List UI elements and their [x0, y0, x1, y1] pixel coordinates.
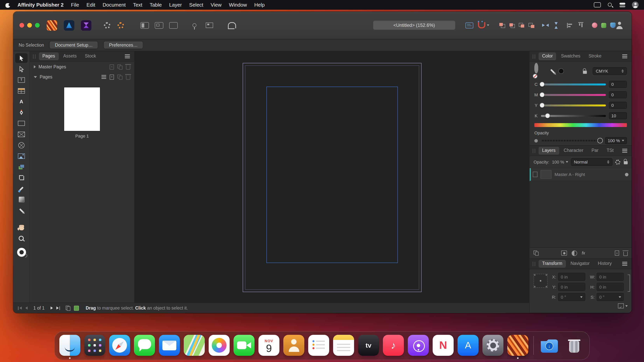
- dock-app-store[interactable]: A: [458, 335, 478, 356]
- dock-finder[interactable]: [59, 335, 80, 356]
- tab-stock[interactable]: Stock: [81, 53, 100, 60]
- control-center-icon[interactable]: [620, 2, 625, 7]
- page-1-thumbnail[interactable]: [64, 87, 100, 131]
- picture-frame-ellipse-tool[interactable]: [15, 140, 28, 150]
- layer-thumbnail[interactable]: [540, 170, 552, 179]
- menu-help[interactable]: Help: [254, 2, 265, 8]
- menu-document[interactable]: Document: [103, 2, 126, 8]
- dock-affinity-publisher[interactable]: [507, 335, 528, 356]
- dock-downloads-folder[interactable]: [539, 335, 560, 356]
- yellow-slider[interactable]: [541, 104, 606, 106]
- cyan-value[interactable]: 0: [609, 81, 627, 88]
- view-split-icon[interactable]: [155, 22, 163, 28]
- previous-page-button[interactable]: [25, 307, 28, 310]
- hue-spectrum-bar[interactable]: [534, 123, 627, 127]
- first-page-button[interactable]: [18, 306, 22, 310]
- publisher-persona-icon[interactable]: [47, 20, 57, 30]
- secondary-color-swatch[interactable]: [558, 68, 564, 74]
- master-pages-section[interactable]: Master Pages: [30, 62, 134, 72]
- insert-behind-icon[interactable]: [592, 22, 597, 28]
- color-wheel-selector[interactable]: [534, 65, 547, 77]
- place-image-tool[interactable]: [15, 151, 28, 161]
- tab-stroke[interactable]: Stroke: [585, 53, 605, 60]
- eyedropper-icon[interactable]: [550, 69, 555, 73]
- move-tool[interactable]: [15, 53, 28, 63]
- menu-window[interactable]: Window: [229, 2, 247, 8]
- account-menu-icon[interactable]: [632, 1, 638, 8]
- panel-grip[interactable]: [533, 262, 535, 266]
- add-page-icon[interactable]: [110, 74, 114, 79]
- dock-photos[interactable]: [209, 335, 230, 356]
- panel-menu-icon[interactable]: [622, 150, 627, 151]
- insert-inside-icon[interactable]: [601, 23, 606, 28]
- layer-opacity-select[interactable]: 100 %: [552, 160, 568, 164]
- dock-contacts[interactable]: [283, 335, 304, 356]
- mask-layer-icon[interactable]: [561, 250, 567, 256]
- black-slider[interactable]: [541, 115, 606, 117]
- adjustment-layer-icon[interactable]: [572, 250, 577, 256]
- fill-tool[interactable]: [15, 194, 28, 204]
- pages-view-icon[interactable]: [66, 306, 70, 310]
- flip-vertical-icon[interactable]: [554, 22, 558, 28]
- dock-calendar[interactable]: NOV 9: [258, 335, 280, 356]
- chevron-down-icon[interactable]: [625, 305, 628, 307]
- h-input[interactable]: 0 in: [596, 283, 624, 291]
- add-master-icon[interactable]: [110, 64, 114, 69]
- dock-podcasts[interactable]: [408, 335, 429, 356]
- view-windows-icon[interactable]: [169, 22, 178, 28]
- dock-system-settings[interactable]: [482, 335, 504, 356]
- tab-pages[interactable]: Pages: [39, 53, 58, 60]
- menu-layer[interactable]: Layer: [169, 2, 182, 8]
- align-horizontal-icon[interactable]: [567, 23, 574, 28]
- tab-layers[interactable]: Layers: [538, 147, 559, 155]
- magenta-slider[interactable]: [541, 94, 606, 96]
- add-layer-icon[interactable]: [615, 250, 619, 256]
- delete-master-icon[interactable]: [126, 65, 130, 69]
- transform-mode-icon[interactable]: [618, 303, 624, 308]
- frame-icon[interactable]: [206, 22, 213, 28]
- dock-reminders[interactable]: [308, 335, 329, 356]
- blend-mode-select[interactable]: Normal: [571, 158, 612, 166]
- menu-text[interactable]: Text: [133, 2, 142, 8]
- document-canvas[interactable]: [134, 51, 529, 303]
- y-input[interactable]: 0 in: [558, 283, 585, 291]
- yellow-value[interactable]: 0: [609, 102, 627, 109]
- dock-news[interactable]: N: [433, 335, 454, 356]
- preflight-icon[interactable]: [74, 306, 79, 311]
- rectangle-tool[interactable]: [15, 119, 28, 128]
- layer-effects-icon[interactable]: fx: [582, 251, 585, 255]
- menu-table[interactable]: Table: [150, 2, 162, 8]
- view-options-icon[interactable]: [102, 76, 106, 77]
- opacity-slider[interactable]: [541, 140, 602, 141]
- dock-apple-tv[interactable]: tv: [358, 335, 379, 356]
- vector-crop-tool[interactable]: [15, 173, 28, 182]
- picture-frame-rectangle-tool[interactable]: [15, 129, 28, 139]
- designer-persona-icon[interactable]: [64, 20, 74, 30]
- tab-text-styles[interactable]: TSt: [603, 147, 617, 155]
- lock-icon[interactable]: [583, 70, 587, 74]
- table-tool[interactable]: [15, 86, 28, 96]
- link-dimensions-icon[interactable]: [628, 275, 630, 292]
- delete-layer-icon[interactable]: [624, 251, 628, 256]
- x-input[interactable]: 0 in: [558, 273, 585, 281]
- tab-paragraph[interactable]: Par: [588, 147, 602, 155]
- move-to-back-icon[interactable]: [528, 23, 534, 28]
- document-setup-button[interactable]: Document Setup…: [50, 41, 98, 49]
- preview-mode-icon[interactable]: [228, 22, 236, 28]
- duplicate-layer-icon[interactable]: [534, 250, 538, 256]
- style-picker-tool[interactable]: [15, 184, 28, 193]
- panel-grip[interactable]: [533, 149, 535, 153]
- menu-edit[interactable]: Edit: [86, 2, 95, 8]
- guide-icon[interactable]: [192, 23, 196, 27]
- frame-text-tool[interactable]: T: [15, 75, 28, 85]
- zoom-tool[interactable]: [15, 233, 28, 243]
- apple-menu-icon[interactable]: [6, 2, 10, 8]
- panel-menu-icon[interactable]: [622, 263, 627, 264]
- dock-music[interactable]: ♪: [383, 335, 404, 356]
- panel-grip[interactable]: [533, 54, 535, 58]
- hand-tool[interactable]: [15, 222, 28, 232]
- opacity-value[interactable]: 100 %: [605, 137, 627, 144]
- duplicate-master-icon[interactable]: [118, 64, 122, 69]
- shear-input[interactable]: 0 °: [596, 293, 624, 301]
- document-setup-gear-icon[interactable]: [118, 22, 124, 28]
